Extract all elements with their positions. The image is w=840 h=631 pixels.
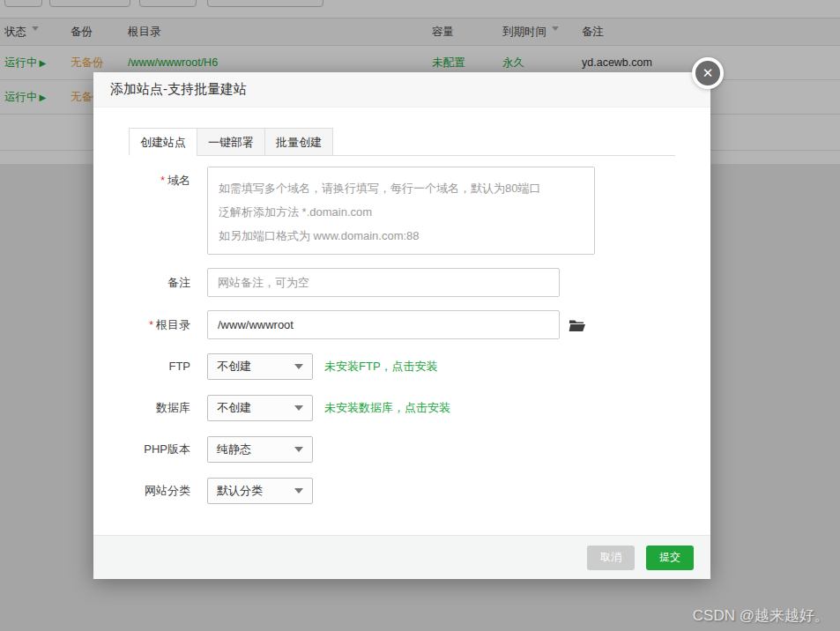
add-site-modal: ✕ 添加站点-支持批量建站 创建站点 一键部署 批量创建 *域名 备注 *根目录 xyxy=(93,72,710,579)
tab-bar: 创建站点 一键部署 批量创建 xyxy=(129,128,675,156)
install-database-link[interactable]: 未安装数据库，点击安装 xyxy=(324,400,450,416)
rootdir-row: *根目录 xyxy=(129,310,675,339)
note-label: 备注 xyxy=(129,269,190,297)
category-row: 网站分类 默认分类 xyxy=(129,477,675,505)
category-select-value: 默认分类 xyxy=(217,483,263,499)
site-category-select[interactable]: 默认分类 xyxy=(207,478,313,504)
chevron-down-icon xyxy=(294,405,303,415)
close-icon[interactable]: ✕ xyxy=(692,57,724,89)
modal-title: 添加站点-支持批量建站 xyxy=(110,81,247,98)
chevron-down-icon xyxy=(294,364,303,374)
modal-header: 添加站点-支持批量建站 xyxy=(93,72,710,108)
php-label: PHP版本 xyxy=(129,435,190,464)
database-select-value: 不创建 xyxy=(217,400,251,416)
php-select-value: 纯静态 xyxy=(217,442,251,457)
domain-row: *域名 xyxy=(129,167,675,255)
ftp-row: FTP 不创建 未安装FTP，点击安装 xyxy=(129,353,675,381)
database-label: 数据库 xyxy=(129,394,190,422)
php-row: PHP版本 纯静态 xyxy=(129,435,675,464)
ftp-select-value: 不创建 xyxy=(217,359,251,375)
php-version-select[interactable]: 纯静态 xyxy=(207,436,313,463)
database-row: 数据库 不创建 未安装数据库，点击安装 xyxy=(129,394,675,422)
note-input[interactable] xyxy=(207,268,560,297)
category-label: 网站分类 xyxy=(129,477,190,505)
tab-one-click-deploy[interactable]: 一键部署 xyxy=(197,128,265,156)
folder-icon[interactable] xyxy=(569,318,586,332)
tab-batch-create[interactable]: 批量创建 xyxy=(264,128,333,156)
domain-textarea[interactable] xyxy=(207,167,595,255)
modal-body: 创建站点 一键部署 批量创建 *域名 备注 *根目录 xyxy=(93,108,710,535)
tab-create-site[interactable]: 创建站点 xyxy=(129,128,197,156)
chevron-down-icon xyxy=(294,488,303,498)
ftp-select[interactable]: 不创建 xyxy=(207,353,313,380)
domain-label: *域名 xyxy=(129,167,190,195)
chevron-down-icon xyxy=(294,447,303,457)
rootdir-input[interactable] xyxy=(207,310,560,339)
install-ftp-link[interactable]: 未安装FTP，点击安装 xyxy=(324,359,438,375)
rootdir-label: *根目录 xyxy=(129,311,190,339)
required-mark: * xyxy=(160,174,165,187)
required-mark: * xyxy=(149,319,153,331)
ftp-label: FTP xyxy=(129,353,190,381)
submit-button[interactable]: 提交 xyxy=(646,546,694,570)
note-row: 备注 xyxy=(129,268,675,297)
modal-footer: 取消 提交 xyxy=(93,535,710,579)
database-select[interactable]: 不创建 xyxy=(207,395,313,421)
cancel-button[interactable]: 取消 xyxy=(587,546,635,570)
create-site-form: *域名 备注 *根目录 FTP 不创建 xyxy=(129,156,675,505)
